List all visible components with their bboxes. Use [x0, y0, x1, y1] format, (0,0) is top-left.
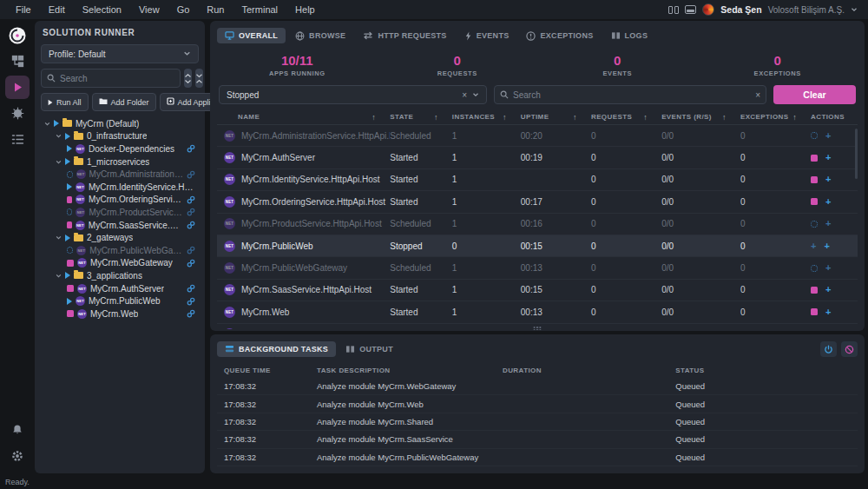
stop-icon[interactable]: [811, 176, 818, 183]
tree-item-mycrm-publicwebgateway[interactable]: NETMyCrm.PublicWebGateway: [41, 244, 199, 257]
add-action-icon[interactable]: +: [825, 131, 831, 141]
task-row-analyze-module-mycrm-webgateway[interactable]: 17:08:32 Analyze module MyCrm.WebGateway…: [217, 378, 858, 395]
column-header-actions[interactable]: ACTIONS: [811, 113, 858, 121]
link-icon[interactable]: [187, 297, 195, 306]
tree-item-2-gateways[interactable]: 2_gateways: [41, 231, 199, 244]
app-row-mycrm-orderingservice-httpapi-host[interactable]: NETMyCrm.OrderingService.HttpApi.Host St…: [217, 191, 858, 213]
app-row-mycrm-authserver[interactable]: NETMyCrm.AuthServer Started 1 00:19 0 0/…: [217, 147, 858, 169]
chevron-down-icon[interactable]: [56, 273, 62, 279]
menu-terminal[interactable]: Terminal: [233, 4, 287, 15]
tree-item-mycrm-identityservice-httpapi[interactable]: NETMyCrm.IdentityService.HttpApi...: [41, 181, 199, 194]
column-header-name[interactable]: NAME ↑: [217, 113, 390, 122]
app-row-mycrm-identityservice-httpapi-host[interactable]: NETMyCrm.IdentityService.HttpApi.Host St…: [217, 169, 858, 191]
app-row-mycrm-publicwebgateway[interactable]: NETMyCrm.PublicWebGateway Scheduled 1 00…: [217, 257, 858, 279]
tree-item-mycrm-default[interactable]: MyCrm (Default): [41, 117, 199, 130]
sort-arrow-icon[interactable]: ↑: [643, 113, 648, 122]
tree-item-mycrm-webgateway[interactable]: NETMyCrm.WebGateway: [41, 257, 199, 270]
profile-select[interactable]: Profile: Default: [41, 44, 199, 63]
stop-icon[interactable]: [811, 287, 818, 294]
tree-item-mycrm-publicweb[interactable]: NETMyCrm.PublicWeb: [41, 294, 199, 307]
stop-icon[interactable]: [67, 260, 74, 267]
column-header-queue-time[interactable]: QUEUE TIME: [217, 367, 310, 374]
tree-item-mycrm-productservice-httpapi[interactable]: NETMyCrm.ProductService.HttpApi...: [41, 206, 199, 219]
link-icon[interactable]: [187, 246, 195, 254]
menu-help[interactable]: Help: [286, 4, 324, 15]
app-row-mycrm-saasservice-httpapi-host[interactable]: NETMyCrm.SaasService.HttpApi.Host Starte…: [217, 280, 858, 301]
tab-browse[interactable]: BROWSE: [287, 28, 353, 44]
link-icon[interactable]: [187, 221, 195, 229]
start-icon[interactable]: [65, 235, 70, 241]
tab-exceptions[interactable]: EXCEPTIONS: [518, 28, 601, 44]
column-header-status[interactable]: STATUS: [668, 367, 858, 374]
column-header-instances[interactable]: INSTANCES ↑: [452, 113, 521, 122]
start-icon[interactable]: [67, 145, 72, 152]
link-icon[interactable]: [187, 208, 195, 216]
collapse-all-icon[interactable]: [195, 69, 203, 88]
sort-arrow-icon[interactable]: ↑: [503, 113, 507, 122]
link-icon[interactable]: [187, 309, 195, 318]
app-row-mycrm-administrationservice-httpapi-host[interactable]: NETMyCrm.AdministrationService.HttpApi.H…: [217, 125, 858, 147]
task-row-analyze-module-mycrm-shared[interactable]: 17:08:32 Analyze module MyCrm.Shared Que…: [217, 413, 858, 431]
split-editor-icon[interactable]: [668, 6, 679, 14]
link-icon[interactable]: [187, 284, 195, 293]
table-search-input[interactable]: [513, 90, 751, 100]
start-icon[interactable]: [54, 120, 59, 127]
run-all-button[interactable]: Run All: [41, 93, 89, 111]
chevron-down-icon[interactable]: [56, 159, 62, 165]
state-filter-select[interactable]: Stopped ×: [219, 85, 487, 104]
chevron-down-icon[interactable]: [56, 235, 62, 241]
column-header-events-r-s[interactable]: EVENTS (R/S) ↑: [661, 113, 740, 122]
start-icon[interactable]: [67, 183, 72, 190]
column-header-exceptions[interactable]: EXCEPTIONS ↑: [740, 113, 811, 122]
menu-edit[interactable]: Edit: [40, 4, 74, 15]
menu-go[interactable]: Go: [168, 4, 199, 15]
tab-events[interactable]: EVENTS: [457, 28, 517, 44]
app-row-mycrm-publicweb[interactable]: NETMyCrm.PublicWeb Stopped 0 00:15 0 0/0…: [217, 235, 858, 257]
chevron-down-icon[interactable]: [44, 121, 50, 127]
menu-view[interactable]: View: [130, 4, 168, 15]
tree-item-docker-dependencies[interactable]: NETDocker-Dependencies: [41, 142, 199, 155]
expand-all-icon[interactable]: [184, 69, 192, 88]
solution-explorer-icon[interactable]: [5, 50, 30, 73]
tab-background-tasks[interactable]: BACKGROUND TASKS: [217, 341, 336, 357]
chevron-down-icon[interactable]: [56, 133, 62, 139]
menu-file[interactable]: File: [7, 4, 40, 15]
link-icon[interactable]: [187, 195, 195, 204]
stop-icon[interactable]: [811, 155, 818, 162]
add-folder-button[interactable]: Add Folder: [92, 93, 156, 111]
add-action-icon[interactable]: +: [825, 197, 831, 207]
app-row-mycrm-web[interactable]: NETMyCrm.Web Started 1 00:13 0 0/0 0 +: [217, 301, 858, 323]
stop-icon[interactable]: [811, 198, 818, 205]
stop-icon[interactable]: [67, 196, 72, 203]
add-action-icon[interactable]: +: [825, 285, 831, 294]
column-header-state[interactable]: STATE ↑: [390, 113, 452, 122]
add-action-icon[interactable]: +: [825, 175, 831, 184]
power-icon[interactable]: [820, 341, 837, 357]
menu-run[interactable]: Run: [198, 4, 233, 15]
task-row-analyze-module-mycrm-publicwebgateway[interactable]: 17:08:32 Analyze module MyCrm.PublicWebG…: [217, 449, 858, 466]
task-row-analyze-module-mycrm-saasservice[interactable]: 17:08:32 Analyze module MyCrm.SaasServic…: [217, 431, 858, 448]
start-icon[interactable]: +: [811, 241, 816, 251]
sort-arrow-icon[interactable]: ↑: [722, 113, 727, 122]
kubernetes-icon[interactable]: [5, 102, 30, 125]
runner-search-input[interactable]: [60, 74, 174, 83]
avatar[interactable]: [702, 3, 714, 16]
tab-logs[interactable]: LOGS: [603, 28, 656, 43]
column-header-task-description[interactable]: TASK DESCRIPTION: [310, 367, 496, 374]
scrollbar-thumb[interactable]: [855, 129, 858, 179]
chevron-down-icon[interactable]: [851, 6, 858, 13]
tree-item-1-microservices[interactable]: 1_microservices: [41, 155, 199, 169]
tree-item-mycrm-orderingservice-httpa[interactable]: NETMyCrm.OrderingService.HttpA...: [41, 194, 199, 207]
start-icon[interactable]: [65, 158, 70, 165]
start-icon[interactable]: [65, 133, 70, 140]
clear-search-x-icon[interactable]: ×: [755, 90, 760, 100]
tree-item-mycrm-authserver[interactable]: NETMyCrm.AuthServer: [41, 282, 199, 295]
tree-item-mycrm-web[interactable]: NETMyCrm.Web: [41, 307, 199, 320]
tab-output[interactable]: OUTPUT: [338, 341, 401, 357]
abp-logo-icon[interactable]: [5, 23, 30, 47]
add-action-icon[interactable]: +: [825, 219, 831, 228]
link-icon[interactable]: [187, 144, 195, 153]
bell-icon[interactable]: [5, 418, 30, 441]
sort-arrow-icon[interactable]: ↑: [792, 113, 797, 122]
panel-splitter-handle[interactable]: [534, 327, 542, 330]
